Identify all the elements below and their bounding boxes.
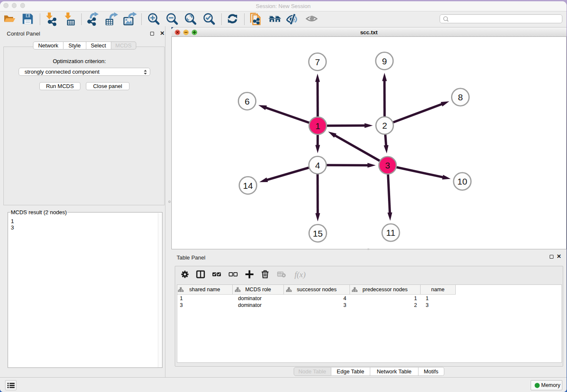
svg-text:4: 4 (315, 160, 320, 170)
svg-text:8: 8 (458, 92, 463, 102)
svg-text:9: 9 (382, 56, 387, 66)
svg-text:2: 2 (382, 121, 387, 130)
svg-text:7: 7 (315, 57, 320, 67)
svg-text:10: 10 (457, 177, 467, 186)
svg-text:f(x): f(x) (295, 270, 306, 279)
svg-text:1: 1 (315, 121, 320, 131)
svg-text:3: 3 (385, 160, 390, 170)
svg-text:11: 11 (386, 228, 395, 237)
svg-text:15: 15 (313, 229, 322, 238)
svg-text:6: 6 (245, 97, 250, 106)
svg-text:14: 14 (243, 181, 253, 190)
